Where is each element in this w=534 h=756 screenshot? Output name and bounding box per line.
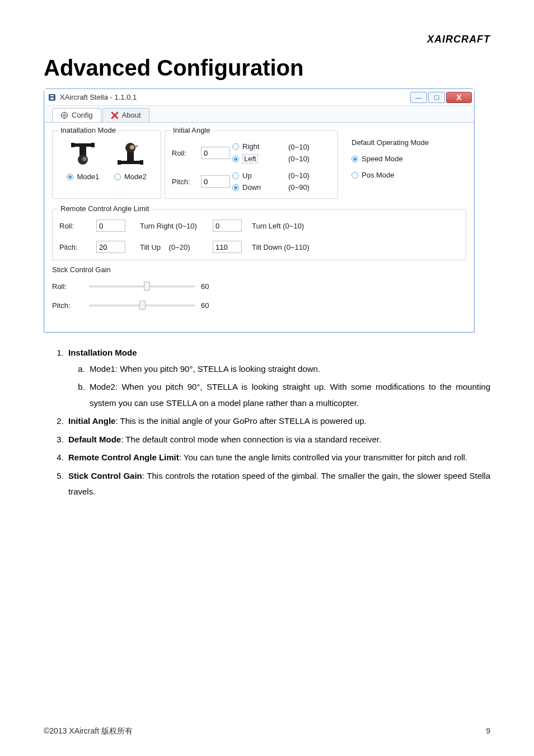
radio-pitch-down[interactable]: Down [232,183,261,192]
limit-pitch-label: Pitch: [59,243,96,251]
item4-rest: : You can tune the angle limits controll… [179,452,467,462]
group-legend: Default Operating Mode [352,138,447,147]
group-legend: Stick Control Gain [52,265,113,274]
svg-rect-16 [118,160,121,165]
range-text: (0~10) [288,171,325,180]
item3-title: Default Mode [68,435,121,444]
mode1-image [67,141,99,167]
tab-config[interactable]: Config [52,108,101,122]
brand-logo: XAIRCRAFT [44,34,490,45]
svg-rect-1 [50,95,54,96]
roll-input[interactable] [201,147,230,159]
limit-pitch-up-input[interactable] [96,241,125,253]
svg-point-20 [130,145,134,150]
radio-pos-mode[interactable]: Pos Mode [352,171,395,179]
titlebar: XAircraft Stella - 1.1.0.1 — ▢ X [44,89,474,106]
radio-label: Pos Mode [362,171,395,179]
maximize-button[interactable]: ▢ [428,92,445,103]
tab-about-label: About [122,111,141,119]
item2-rest: : This is the initial angle of your GoPr… [115,416,366,426]
svg-rect-9 [73,143,92,147]
page-title: Advanced Configuration [44,55,490,81]
radio-dot-icon [232,143,239,150]
svg-rect-11 [91,143,95,147]
radio-mode1[interactable]: Mode1 [67,172,99,181]
radio-dot-icon [232,172,239,179]
x-logo-icon [111,111,119,119]
radio-pitch-up[interactable]: Up [232,171,252,180]
range-text: (0~10) [288,155,325,163]
limit-roll-right-text: Turn Right (0~10) [140,222,213,230]
radio-label: Up [242,171,252,180]
gain-pitch-label: Pitch: [52,301,89,310]
svg-rect-15 [120,161,141,164]
radio-dot-icon [352,156,358,162]
item2-title: Initial Angle [68,416,115,426]
window-title: XAircraft Stella - 1.1.0.1 [60,93,137,101]
gain-roll-value: 60 [201,282,223,291]
gain-pitch-slider[interactable] [89,301,195,310]
document-body: Installation Mode Mode1: When you pitch … [44,345,490,500]
svg-rect-21 [135,145,138,147]
roll-label: Roll: [172,149,201,157]
item4-title: Remote Control Angle Limit [68,452,179,462]
pitch-input[interactable] [201,175,230,188]
range-text: (0~10) [288,143,325,151]
item3-rest: : The default control mode when connecti… [121,435,381,444]
group-stick-gain: Stick Control Gain Roll: 60 Pitch: 60 [52,270,466,316]
radio-label: Speed Mode [362,155,403,163]
item1b: Mode2: When you pitch 90°, STELLA is loo… [87,379,490,411]
radio-speed-mode[interactable]: Speed Mode [352,155,403,163]
radio-label: Mode1 [77,172,99,181]
svg-point-3 [62,112,68,118]
radio-roll-right[interactable]: Right [232,142,259,151]
app-icon [48,93,57,102]
item5-title: Stick Control Gain [68,471,142,480]
gain-roll-slider[interactable] [89,282,195,291]
minimize-button[interactable]: — [410,92,427,103]
radio-dot-icon [114,174,121,180]
page-number: 9 [486,726,490,736]
radio-label: Down [242,183,261,192]
group-legend: Remote Control Angle Limit [58,204,151,213]
group-legend: Inatallation Mode [58,126,118,134]
svg-rect-12 [79,147,86,156]
app-window: XAircraft Stella - 1.1.0.1 — ▢ X Config … [44,88,475,333]
limit-pitch-down-input[interactable] [213,241,242,253]
radio-label: Left [242,154,258,164]
close-button[interactable]: X [446,92,472,103]
item1a: Mode1: When you pitch 90°, STELLA is loo… [87,361,490,377]
tabstrip: Config About [44,106,474,123]
svg-point-14 [82,157,87,161]
group-initial-angle: Initial Angle Roll: Right Left (0~10) (0… [165,130,338,199]
limit-roll-left-input[interactable] [213,220,242,232]
radio-label: Mode2 [124,172,147,181]
item1-title: Installation Mode [68,348,137,357]
svg-rect-10 [71,143,74,147]
svg-rect-2 [50,97,54,100]
limit-pitch-up-text: Tilt Up (0~20) [140,243,213,251]
radio-dot-icon [67,174,73,180]
radio-dot-icon [232,156,239,162]
radio-mode2[interactable]: Mode2 [114,172,147,181]
svg-point-4 [63,114,65,116]
svg-rect-17 [140,160,143,165]
gear-icon [60,111,68,119]
radio-roll-left[interactable]: Left [232,154,258,164]
limit-roll-left-text: Turn Left (0~10) [252,222,341,230]
pitch-label: Pitch: [172,178,201,186]
tab-about[interactable]: About [102,108,149,122]
limit-roll-label: Roll: [59,222,96,230]
mode2-image [115,141,146,167]
limit-pitch-down-text: Tilt Down (0~110) [252,243,341,251]
gain-roll-label: Roll: [52,282,89,291]
radio-dot-icon [232,184,239,191]
tab-config-label: Config [72,111,93,119]
limit-roll-right-input[interactable] [96,220,125,232]
group-angle-limit: Remote Control Angle Limit Roll: Turn Ri… [52,209,466,260]
range-text: (0~90) [288,183,325,192]
footer-copyright: ©2013 XAircraft 版权所有 [44,726,133,736]
radio-label: Right [242,142,259,151]
svg-rect-18 [127,152,134,161]
group-legend: Initial Angle [171,126,213,134]
